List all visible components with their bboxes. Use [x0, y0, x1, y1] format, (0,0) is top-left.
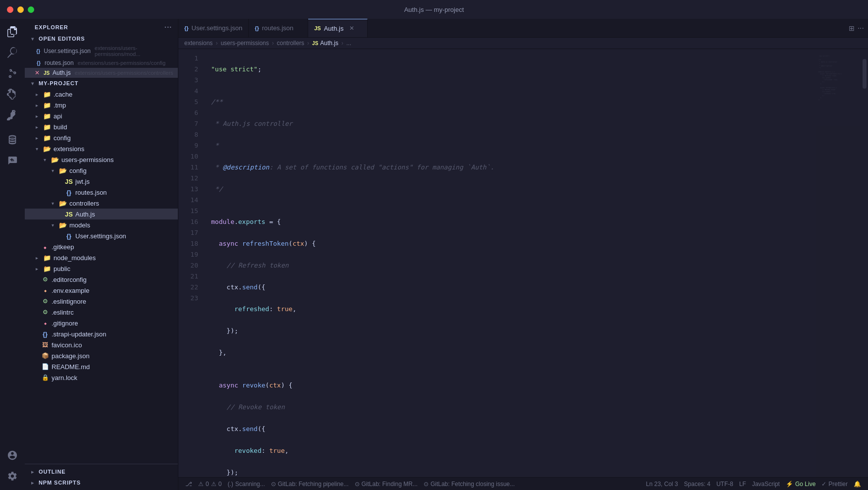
tree-item-public[interactable]: 📁 public: [25, 263, 178, 274]
scrollbar-thumb[interactable]: [863, 59, 867, 89]
js-file-icon: JS: [64, 210, 73, 218]
tree-item-api[interactable]: 📁 api: [25, 110, 178, 121]
js-tab-icon: JS: [314, 25, 321, 31]
open-editors-section[interactable]: Open Editors: [25, 33, 178, 44]
cursor-position[interactable]: Ln 23, Col 3: [643, 481, 681, 488]
split-editor-icon[interactable]: ⊞: [849, 24, 855, 32]
gitlab-pipeline-status[interactable]: ⊙ GitLab: Fetching pipeline...: [268, 481, 352, 488]
tree-item-auth-js[interactable]: JS Auth.js: [25, 209, 178, 219]
item-label: favicon.ico: [52, 341, 82, 349]
item-label: .eslintrc: [52, 309, 74, 316]
tree-item-config-root[interactable]: 📁 config: [25, 132, 178, 143]
more-options-icon[interactable]: ···: [164, 23, 172, 31]
folder-chevron: [33, 123, 41, 131]
tree-item-build[interactable]: 📁 build: [25, 121, 178, 132]
tree-item-node-modules[interactable]: 📁 node_modules: [25, 252, 178, 263]
gitlab-mr-status[interactable]: ⊙ GitLab: Finding MR...: [352, 481, 421, 488]
settings-activity-icon[interactable]: [3, 467, 21, 485]
tree-item-jwt[interactable]: JS jwt.js: [25, 176, 178, 187]
tree-item-models[interactable]: 📂 models: [25, 219, 178, 230]
my-project-label: MY-PROJECT: [39, 80, 78, 86]
code-content[interactable]: "use strict"; /** * Auth.js controller *…: [203, 49, 816, 477]
tree-item-users-permissions[interactable]: 📂 users-permissions: [25, 154, 178, 165]
tree-item-extensions[interactable]: 📂 extensions: [25, 143, 178, 154]
editor-area: {} User.settings.json {} routes.json JS …: [178, 19, 868, 490]
item-label: .tmp: [54, 102, 66, 109]
source-control-status[interactable]: ⎇: [182, 481, 195, 488]
prettier-status[interactable]: ✓ Prettier: [818, 481, 851, 488]
tree-item-favicon[interactable]: 🖼 favicon.ico: [25, 339, 178, 350]
minimap: "use strict"; /** * Auth.js controller *…: [816, 49, 861, 477]
tree-item-package-json[interactable]: 📦 package.json: [25, 350, 178, 361]
source-control-activity-icon[interactable]: [3, 64, 21, 82]
close-icon[interactable]: ✕: [35, 69, 40, 76]
tab-user-settings[interactable]: {} User.settings.json: [178, 19, 249, 37]
npm-scripts-section[interactable]: NPM SCRIPTS: [25, 477, 178, 488]
json-icon: {}: [35, 47, 42, 55]
tree-item-gitignore[interactable]: ⬥ .gitignore: [25, 318, 178, 328]
open-editor-auth[interactable]: ✕ JS Auth.js extensions/users-permission…: [25, 68, 178, 78]
minimize-button[interactable]: [17, 6, 24, 13]
notification-bell[interactable]: 🔔: [851, 481, 864, 488]
scanning-status[interactable]: (.) Scanning...: [224, 481, 268, 488]
run-debug-activity-icon[interactable]: [3, 85, 21, 103]
maximize-button[interactable]: [28, 6, 34, 13]
tree-item-user-settings[interactable]: {} User.settings.json: [25, 230, 178, 241]
tree-item-controllers[interactable]: 📂 controllers: [25, 198, 178, 209]
tree-item-tmp[interactable]: 📁 .tmp: [25, 100, 178, 110]
language-mode[interactable]: JavaScript: [749, 481, 783, 488]
search-activity-icon[interactable]: [3, 44, 21, 61]
folder-icon: 📁: [43, 111, 52, 120]
sidebar-header: Explorer ···: [25, 19, 178, 33]
sidebar-title: Explorer: [35, 24, 68, 30]
go-live-button[interactable]: ⚡ Go Live: [783, 481, 818, 488]
tree-item-env-example[interactable]: ⬥ .env.example: [25, 285, 178, 296]
gitlab-pipeline-text: GitLab: Fetching pipeline...: [278, 481, 349, 488]
test-activity-icon[interactable]: [3, 152, 21, 169]
tree-item-routes-json[interactable]: {} routes.json: [25, 187, 178, 198]
eol[interactable]: LF: [736, 481, 749, 488]
errors-status[interactable]: ⚠ 0 ⚠ 0: [195, 481, 224, 488]
breadcrumb-controllers[interactable]: controllers: [277, 40, 304, 47]
item-label: README.md: [52, 363, 90, 371]
item-label: models: [69, 221, 90, 229]
database-activity-icon[interactable]: [3, 131, 21, 149]
tree-item-editorconfig[interactable]: ⚙ .editorconfig: [25, 274, 178, 285]
outline-section[interactable]: OUTLINE: [25, 466, 178, 477]
tree-item-readme[interactable]: 📄 README.md: [25, 361, 178, 372]
vertical-scrollbar[interactable]: [861, 49, 868, 477]
explorer-activity-icon[interactable]: [3, 23, 21, 41]
tab-auth[interactable]: JS Auth.js ✕: [308, 19, 368, 37]
encoding[interactable]: UTF-8: [713, 481, 736, 488]
more-tabs-icon[interactable]: ···: [858, 24, 864, 33]
tree-item-eslintrc[interactable]: ⚙ .eslintrc: [25, 307, 178, 318]
extensions-activity-icon[interactable]: [3, 106, 21, 124]
indentation[interactable]: Spaces: 4: [681, 481, 713, 488]
breadcrumb-more[interactable]: ...: [346, 40, 351, 47]
language-text: JavaScript: [752, 481, 780, 488]
tree-item-strapi-updater[interactable]: {} .strapi-updater.json: [25, 328, 178, 339]
gitlab-issue-status[interactable]: ⊙ GitLab: Fetching closing issue...: [421, 481, 518, 488]
tree-item-cache[interactable]: 📁 .cache: [25, 89, 178, 100]
tree-item-gitkeep[interactable]: ⬥ .gitkeep: [25, 241, 178, 252]
tree-item-yarn-lock[interactable]: 🔒 yarn.lock: [25, 372, 178, 383]
accounts-activity-icon[interactable]: [3, 446, 21, 464]
breadcrumb-extensions[interactable]: extensions: [184, 40, 213, 47]
item-label: yarn.lock: [52, 374, 77, 381]
encoding-text: UTF-8: [716, 481, 733, 488]
md-icon: 📄: [41, 362, 50, 371]
my-project-section[interactable]: MY-PROJECT: [25, 78, 178, 89]
tree-item-eslintignore[interactable]: ⚙ .eslintignore: [25, 296, 178, 307]
tab-close-button[interactable]: ✕: [347, 24, 356, 33]
bell-icon: 🔔: [854, 481, 861, 488]
close-button[interactable]: [7, 6, 13, 13]
tab-routes[interactable]: {} routes.json: [249, 19, 308, 37]
open-editor-routes[interactable]: {} routes.json extensions/users-permissi…: [25, 58, 178, 68]
open-editor-user-settings[interactable]: {} User.settings.json extensions/users-p…: [25, 44, 178, 58]
git-file-icon: ⬥: [41, 242, 50, 251]
warning-icon: ⚠: [211, 481, 217, 488]
tree-item-config-ext[interactable]: 📂 config: [25, 165, 178, 176]
item-label: .env.example: [52, 287, 89, 294]
breadcrumb-auth-js[interactable]: Auth.js: [320, 40, 338, 47]
breadcrumb-users-permissions[interactable]: users-permissions: [220, 40, 269, 47]
